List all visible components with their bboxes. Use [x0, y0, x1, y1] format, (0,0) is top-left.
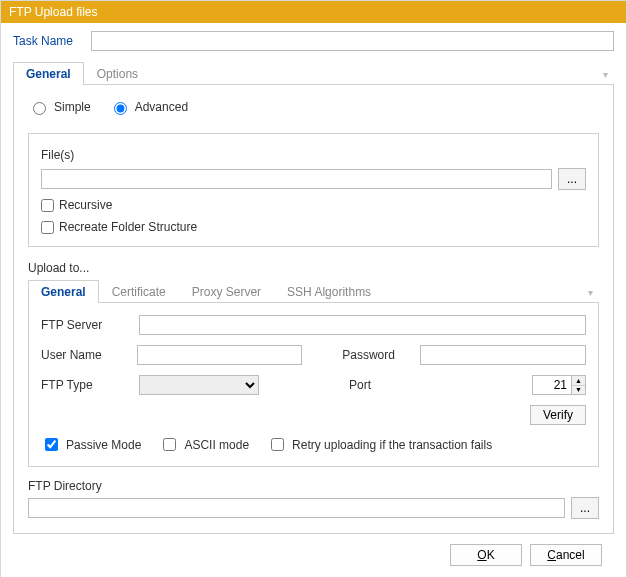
ftp-directory-label: FTP Directory: [28, 479, 102, 493]
ftp-server-row: FTP Server: [41, 315, 586, 335]
files-legend: File(s): [41, 148, 586, 162]
mode-simple-radio[interactable]: [33, 102, 46, 115]
password-input[interactable]: [420, 345, 586, 365]
recursive-row: Recursive: [41, 198, 586, 212]
ftp-type-select[interactable]: [139, 375, 259, 395]
ascii-checkbox[interactable]: [163, 438, 176, 451]
upload-tab-ssh[interactable]: SSH Algorithms: [274, 280, 384, 303]
ftp-directory-row: ...: [28, 497, 599, 519]
mode-simple-label: Simple: [54, 100, 91, 114]
passive-option[interactable]: Passive Mode: [41, 435, 141, 454]
tab-general[interactable]: General: [13, 62, 84, 85]
upload-legend: Upload to...: [28, 261, 599, 275]
mode-advanced-radio[interactable]: [114, 102, 127, 115]
upload-panel: FTP Server User Name Password FTP Type P…: [28, 303, 599, 467]
port-spin-down[interactable]: ▼: [572, 386, 585, 395]
main-panel: Simple Advanced File(s) ... Recursive: [13, 85, 614, 534]
ok-button[interactable]: OK: [450, 544, 522, 566]
files-browse-button[interactable]: ...: [558, 168, 586, 190]
ascii-label: ASCII mode: [184, 438, 249, 452]
passive-checkbox[interactable]: [45, 438, 58, 451]
tab-options[interactable]: Options: [84, 62, 151, 85]
verify-row: Verify: [41, 405, 586, 425]
files-fieldset: File(s) ... Recursive Recreate Folder St…: [28, 133, 599, 247]
retry-checkbox[interactable]: [271, 438, 284, 451]
verify-button[interactable]: Verify: [530, 405, 586, 425]
recreate-row: Recreate Folder Structure: [41, 220, 586, 234]
port-spinner: ▲ ▼: [572, 375, 586, 395]
ftp-directory-input[interactable]: [28, 498, 565, 518]
recreate-checkbox[interactable]: [41, 221, 54, 234]
upload-checks-row: Passive Mode ASCII mode Retry uploading …: [41, 435, 586, 454]
ftp-directory-section: FTP Directory ...: [28, 479, 599, 519]
ftp-server-label: FTP Server: [41, 318, 129, 332]
retry-label: Retry uploading if the transaction fails: [292, 438, 492, 452]
recreate-label: Recreate Folder Structure: [59, 220, 197, 234]
mode-simple-option[interactable]: Simple: [28, 99, 91, 115]
files-input-row: ...: [41, 168, 586, 190]
task-name-input[interactable]: [91, 31, 614, 51]
task-name-label: Task Name: [13, 34, 73, 48]
mode-advanced-label: Advanced: [135, 100, 188, 114]
upload-tab-certificate[interactable]: Certificate: [99, 280, 179, 303]
recursive-checkbox[interactable]: [41, 199, 54, 212]
cancel-button[interactable]: Cancel: [530, 544, 602, 566]
files-input[interactable]: [41, 169, 552, 189]
mode-radio-group: Simple Advanced: [28, 99, 599, 115]
type-port-row: FTP Type Port ▲ ▼: [41, 375, 586, 395]
dialog-window: FTP Upload files Task Name General Optio…: [0, 0, 627, 577]
upload-tabs-overflow-icon[interactable]: ▾: [582, 283, 599, 302]
upload-tabs: General Certificate Proxy Server SSH Alg…: [28, 279, 599, 303]
titlebar: FTP Upload files: [1, 1, 626, 23]
retry-option[interactable]: Retry uploading if the transaction fails: [267, 435, 492, 454]
ftp-directory-browse-button[interactable]: ...: [571, 497, 599, 519]
username-label: User Name: [41, 348, 127, 362]
upload-tab-general[interactable]: General: [28, 280, 99, 303]
task-name-row: Task Name: [13, 31, 614, 51]
port-input[interactable]: [532, 375, 572, 395]
recursive-label: Recursive: [59, 198, 112, 212]
ascii-option[interactable]: ASCII mode: [159, 435, 249, 454]
password-label: Password: [342, 348, 410, 362]
tabs-overflow-icon[interactable]: ▾: [597, 65, 614, 84]
main-tabs: General Options ▾: [13, 61, 614, 85]
port-group: ▲ ▼: [532, 375, 586, 395]
ftp-type-label: FTP Type: [41, 378, 129, 392]
ftp-server-input[interactable]: [139, 315, 586, 335]
dialog-body: Task Name General Options ▾ Simple Advan…: [1, 23, 626, 577]
mode-advanced-option[interactable]: Advanced: [109, 99, 188, 115]
port-label: Port: [349, 378, 419, 392]
window-title: FTP Upload files: [9, 5, 97, 19]
user-pass-row: User Name Password: [41, 345, 586, 365]
footer: OK Cancel: [13, 534, 614, 577]
username-input[interactable]: [137, 345, 303, 365]
passive-label: Passive Mode: [66, 438, 141, 452]
port-spin-up[interactable]: ▲: [572, 376, 585, 386]
upload-tab-proxy[interactable]: Proxy Server: [179, 280, 274, 303]
